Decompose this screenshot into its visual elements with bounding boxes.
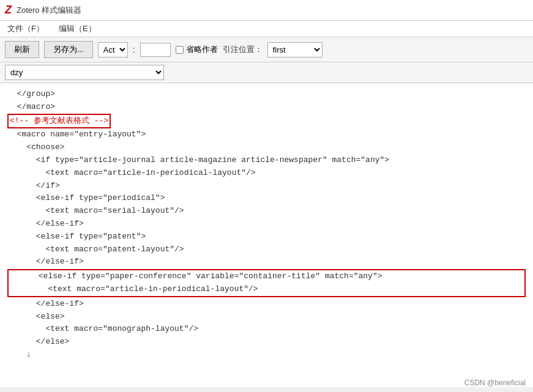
code-line: </group>: [7, 88, 526, 101]
toolbar2: dzy: [0, 62, 533, 83]
value-input[interactable]: [140, 43, 171, 57]
act-select[interactable]: Act: [98, 42, 128, 57]
app-logo: Z: [5, 4, 12, 17]
code-line: <text macro="article-in-periodical-layou…: [7, 167, 526, 180]
menu-bar: 文件（F） 编辑（E）: [0, 21, 533, 37]
file-menu[interactable]: 文件（F）: [5, 22, 47, 35]
code-line: <!-- 参考文献表格式 -->: [7, 114, 526, 129]
abbreviate-authors-checkbox[interactable]: [176, 46, 184, 54]
position-select[interactable]: first last: [267, 42, 322, 57]
code-line: <text macro="monograph-layout"/>: [7, 323, 526, 336]
code-line: </macro>: [7, 101, 526, 114]
save-as-button[interactable]: 另存为...: [44, 41, 93, 58]
editor-area[interactable]: </group> </macro> <!-- 参考文献表格式 --> <macr…: [0, 83, 533, 387]
app-title: Zotero 样式编辑器: [17, 5, 81, 16]
toolbar: 刷新 另存为... Act : 省略作者 引注位置： first last: [0, 37, 533, 62]
code-line: <choose>: [7, 141, 526, 154]
code-line: </else-if>: [7, 298, 526, 311]
edit-menu[interactable]: 编辑（E）: [56, 22, 99, 35]
title-bar: Z Zotero 样式编辑器: [0, 0, 533, 21]
code-line: <else-if type="patent">: [7, 231, 526, 243]
code-line: <else>: [7, 311, 526, 324]
code-line: <text macro="serial-layout"/>: [7, 205, 526, 218]
refresh-button[interactable]: 刷新: [5, 41, 39, 58]
code-line: </if>: [7, 180, 526, 193]
highlighted-block: <else-if type="paper-conference" variabl…: [7, 269, 526, 297]
code-line: <if type="article-journal article-magazi…: [7, 154, 526, 167]
code-line: </else>: [7, 336, 526, 349]
code-line: <macro name="entry-layout">: [7, 128, 526, 141]
style-select[interactable]: dzy: [5, 65, 164, 80]
note-position-label: 引注位置：: [223, 44, 263, 55]
colon-separator: :: [133, 45, 135, 54]
code-line: <else-if type="periodical">: [7, 192, 526, 205]
watermark: CSDN @beneficial: [464, 379, 526, 387]
code-line: <text macro="patent-layout"/>: [7, 243, 526, 256]
abbreviate-authors-label: 省略作者: [176, 44, 218, 55]
code-line: <text macro="article-in-periodical-layou…: [10, 283, 523, 296]
code-line: </else-if>: [7, 218, 526, 231]
code-line: </else-if>: [7, 256, 526, 268]
comment-highlight: <!-- 参考文献表格式 -->: [7, 114, 111, 129]
code-line: ↓: [7, 349, 526, 361]
code-line: <else-if type="paper-conference" variabl…: [10, 270, 523, 283]
